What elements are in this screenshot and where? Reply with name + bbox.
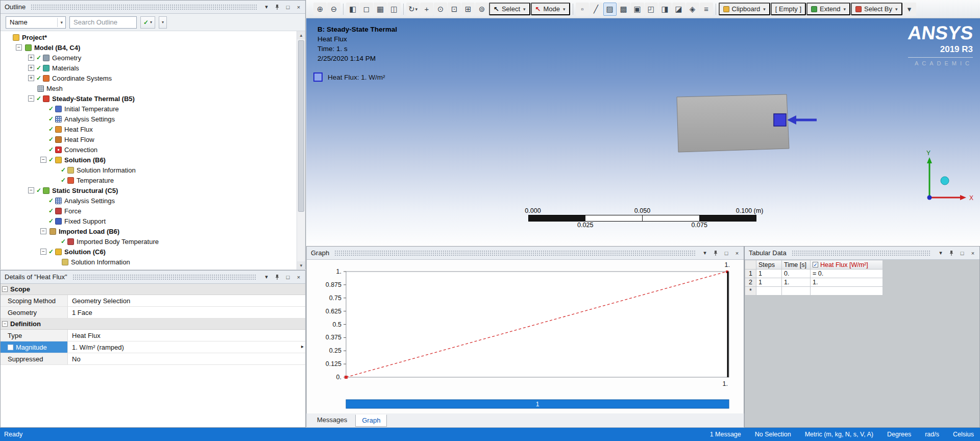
tree-item-steady-state-thermal-b5[interactable]: −✓Steady-State Thermal (B5) xyxy=(1,93,297,104)
flux-cell[interactable]: = 0. xyxy=(811,270,883,278)
property-value[interactable]: 1. W/m² (ramped)▸ xyxy=(68,341,305,353)
collapse-icon[interactable]: − xyxy=(40,249,46,255)
tree-item-imported-load-b6[interactable]: −Imported Load (B6) xyxy=(1,226,297,236)
section-plane-icon[interactable]: ◫ xyxy=(387,3,401,16)
flux-cell[interactable] xyxy=(811,287,883,296)
steps-cell[interactable]: 1 xyxy=(756,278,782,287)
tree-item-static-structural-c5[interactable]: −✓Static Structural (C5) xyxy=(1,185,297,195)
column-header-steps[interactable]: Steps xyxy=(756,260,782,270)
tree-item-imported-body-temperature[interactable]: ✓Imported Body Temperature xyxy=(1,236,297,247)
checkbox-icon[interactable]: ✓ xyxy=(813,262,818,267)
collapse-icon[interactable]: − xyxy=(28,95,34,102)
tree-item-convection[interactable]: ✓Convection xyxy=(1,144,297,155)
vertex-filter-icon[interactable]: ▫ xyxy=(576,3,589,16)
property-value[interactable]: 1 Face xyxy=(68,307,305,318)
status-units[interactable]: Metric (m, kg, N, s, V, A) xyxy=(805,431,873,438)
magnifier-window-icon[interactable]: ⊚ xyxy=(475,3,488,16)
show-mesh-icon[interactable]: ▦ xyxy=(374,3,387,16)
tree-item-heat-flow[interactable]: ✓Heat Flow xyxy=(1,134,297,144)
coordinates-icon[interactable]: ◈ xyxy=(686,3,699,16)
tab-messages[interactable]: Messages xyxy=(311,414,353,426)
flyout-arrow-icon[interactable]: ▸ xyxy=(301,344,304,349)
status-temperature-unit[interactable]: Celsius xyxy=(953,431,974,438)
search-outline-input[interactable] xyxy=(69,16,137,29)
zoom-to-fit-icon[interactable]: ⊞ xyxy=(461,3,475,16)
outline-scrollbar[interactable]: ▲ ▼ xyxy=(297,31,305,270)
tree-item-initial-temperature[interactable]: ✓Initial Temperature xyxy=(1,104,297,114)
status-message-count[interactable]: 1 Message xyxy=(710,431,741,438)
property-value[interactable]: No xyxy=(68,353,305,364)
close-button[interactable]: × xyxy=(294,3,303,12)
rotate-icon[interactable]: ↻▾ xyxy=(406,3,420,16)
box-zoom-icon[interactable]: ⊡ xyxy=(448,3,461,16)
select-menu[interactable]: ↖Select▾ xyxy=(489,3,530,15)
tree-item-force[interactable]: ✓Force xyxy=(1,206,297,216)
expand-icon[interactable]: + xyxy=(28,75,34,81)
tree-item-fixed-support[interactable]: ✓Fixed Support xyxy=(1,216,297,226)
tree-item-heat-flux[interactable]: ✓Heat Flux xyxy=(1,124,297,134)
maximize-button[interactable]: □ xyxy=(283,273,292,282)
plate-body[interactable] xyxy=(677,94,789,152)
shaded-view-icon[interactable]: ◧ xyxy=(346,3,359,16)
pin-button[interactable] xyxy=(273,273,282,282)
face-filter-icon[interactable]: ▨ xyxy=(603,3,617,16)
flux-cell[interactable]: 1. xyxy=(811,278,883,287)
expand-icon[interactable]: + xyxy=(28,55,34,61)
extend-menu[interactable]: Extend▾ xyxy=(806,3,850,15)
close-button[interactable]: × xyxy=(968,249,977,258)
maximize-button[interactable]: □ xyxy=(722,249,731,258)
pan-icon[interactable]: + xyxy=(420,3,433,16)
graph-titlebar[interactable]: Graph ▾□× xyxy=(307,247,744,260)
tree-item-materials[interactable]: +✓Materials xyxy=(1,63,297,73)
heat-flux-face-marker[interactable] xyxy=(774,114,786,126)
scroll-up-icon[interactable]: ▲ xyxy=(297,31,305,39)
pin-button[interactable] xyxy=(273,3,282,12)
edge-filter-icon[interactable]: ╱ xyxy=(590,3,603,16)
details-titlebar[interactable]: Details of "Heat Flux" ▾□× xyxy=(1,271,305,284)
close-button[interactable]: × xyxy=(294,273,303,282)
outline-titlebar[interactable]: Outline ▾□× xyxy=(1,1,305,14)
status-angular-velocity-unit[interactable]: rad/s xyxy=(925,431,939,438)
close-button[interactable]: × xyxy=(732,249,742,258)
status-selection[interactable]: No Selection xyxy=(755,431,791,438)
column-header-heat-flux-w-m[interactable]: ✓Heat Flux [W/m²] xyxy=(811,260,883,270)
select-by-menu[interactable]: Select By▾ xyxy=(851,3,902,15)
property-value[interactable]: Heat Flux xyxy=(68,330,305,341)
expand-collapse-button[interactable]: ▾ xyxy=(159,16,167,29)
zoom-in-icon[interactable]: ⊕ xyxy=(313,3,327,16)
time-cell[interactable] xyxy=(782,287,811,296)
tree-item-analysis-settings[interactable]: ✓Analysis Settings xyxy=(1,195,297,206)
flood-select-icon[interactable]: ◪ xyxy=(672,3,685,16)
filter-apply-button[interactable]: ✓ ▾ xyxy=(140,16,155,29)
clipboard-menu[interactable]: Clipboard▾ xyxy=(719,3,770,15)
name-filter-combobox[interactable]: Name ▾ xyxy=(6,16,66,29)
graph-chart[interactable]: 1.0.8750.750.6250.50.3750.250.1250.1.1.1 xyxy=(307,260,744,414)
collapse-icon[interactable]: − xyxy=(40,228,46,234)
tree-item-analysis-settings[interactable]: ✓Analysis Settings xyxy=(1,114,297,124)
coordinate-triad[interactable]: Y X xyxy=(911,150,980,209)
tree-item-project[interactable]: Project* xyxy=(1,32,297,42)
tree-item-coordinate-systems[interactable]: +✓Coordinate Systems xyxy=(1,73,297,83)
graphics-viewport[interactable]: B: Steady-State Thermal Heat Flux Time: … xyxy=(306,18,980,246)
maximize-button[interactable]: □ xyxy=(958,249,967,258)
tree-item-temperature[interactable]: ✓Temperature xyxy=(1,175,297,185)
tree-item-solution-b6[interactable]: −✓Solution (B6) xyxy=(1,155,297,165)
adjacent-select-icon[interactable]: ◨ xyxy=(658,3,672,16)
zoom-mode-icon[interactable]: ⊙ xyxy=(434,3,447,16)
manage-views-icon[interactable]: ≡ xyxy=(700,3,713,16)
scroll-down-icon[interactable]: ▼ xyxy=(297,261,305,270)
scrollbar-thumb[interactable] xyxy=(298,40,304,212)
mode-menu[interactable]: ↖Mode▾ xyxy=(531,3,570,15)
tab-graph[interactable]: Graph xyxy=(355,414,387,427)
collapse-icon[interactable]: − xyxy=(16,44,22,51)
panel-menu-button[interactable]: ▾ xyxy=(936,249,945,258)
tabular-titlebar[interactable]: Tabular Data ▾□× xyxy=(745,247,979,260)
tree-item-mesh[interactable]: Mesh xyxy=(1,83,297,93)
collapse-icon[interactable]: − xyxy=(2,321,8,327)
pin-button[interactable] xyxy=(711,249,720,258)
panel-menu-button[interactable]: ▾ xyxy=(262,273,271,282)
maximize-button[interactable]: □ xyxy=(283,3,292,12)
collapse-icon[interactable]: − xyxy=(28,187,34,193)
steps-cell[interactable] xyxy=(756,287,782,296)
steps-cell[interactable]: 1 xyxy=(756,270,782,278)
